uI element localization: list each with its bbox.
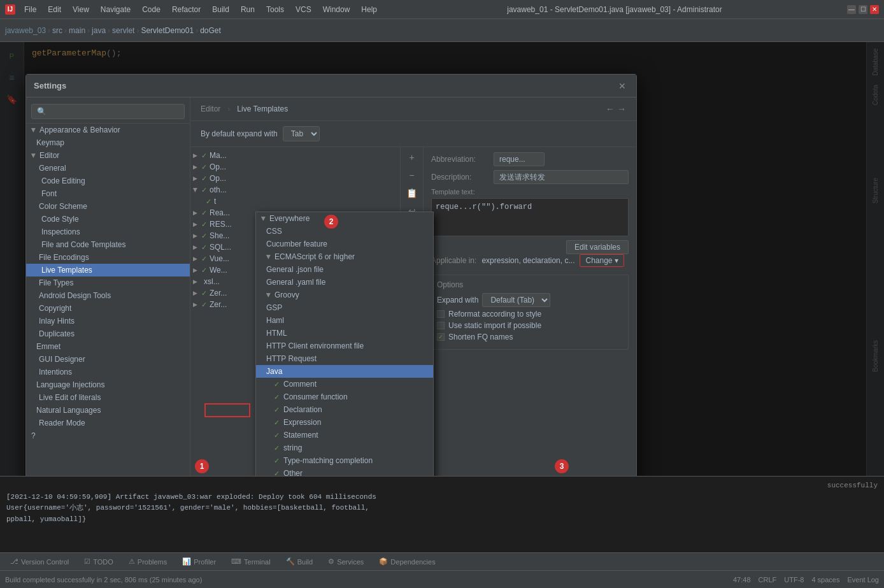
dropdown-item-ecmascript-6-or-higher[interactable]: ▶ECMAScript 6 or higher (256, 250, 433, 263)
nav-item-natural-languages[interactable]: Natural Languages (26, 404, 190, 417)
nav-item-emmet[interactable]: Emmet (26, 340, 190, 353)
menu-navigate[interactable]: Navigate (96, 4, 136, 15)
nav-item-live-edit-of-literals[interactable]: Live Edit of literals (26, 391, 190, 404)
nav-item-file-and-code-templates[interactable]: File and Code Templates (26, 238, 190, 251)
dropdown-item-http-client-environment-file[interactable]: HTTP Client environment file (256, 340, 433, 352)
forward-arrow[interactable]: → (617, 104, 626, 114)
dropdown-item-general-yaml-file[interactable]: General .yaml file (256, 276, 433, 289)
edit-variables-button[interactable]: Edit variables (566, 240, 629, 254)
dropdown-item-general-json-file[interactable]: General .json file (256, 263, 433, 276)
dropdown-item-html[interactable]: HTML (256, 327, 433, 340)
tab-dependencies[interactable]: 📦 Dependencies (374, 556, 440, 567)
menu-window[interactable]: Window (318, 4, 355, 15)
template-text-area[interactable]: reque...r("").forward (431, 198, 629, 236)
tab-profiler[interactable]: 📊 Profiler (177, 556, 221, 567)
nav-label: Color Scheme (39, 202, 87, 211)
menu-vcs[interactable]: VCS (290, 4, 317, 15)
nav-item-keymap[interactable]: Keymap (26, 136, 190, 149)
tab-terminal[interactable]: ⌨ Terminal (226, 556, 276, 567)
dropdown-sub-comment[interactable]: ✓Comment (256, 378, 433, 391)
shorten-fq-checkbox[interactable]: ✓ (437, 333, 445, 341)
dropdown-item-cucumber-feature[interactable]: Cucumber feature (256, 238, 433, 250)
reformat-checkbox[interactable] (437, 310, 445, 318)
nav-item-editor[interactable]: ▶Editor (26, 149, 190, 162)
nav-item-android-design-tools[interactable]: Android Design Tools (26, 289, 190, 302)
dialog-close-button[interactable]: ✕ (616, 80, 629, 92)
nav-item-reader-mode[interactable]: Reader Mode (26, 417, 190, 429)
dropdown-sub-other[interactable]: ✓Other (256, 467, 433, 476)
nav-item-code-style[interactable]: Code Style (26, 213, 190, 226)
dropdown-sub-consumer-function[interactable]: ✓Consumer function (256, 391, 433, 403)
menu-refactor[interactable]: Refactor (167, 4, 206, 15)
abbreviation-input[interactable] (494, 152, 545, 166)
menu-tools[interactable]: Tools (261, 4, 289, 15)
dropdown-item-groovy[interactable]: ▶Groovy (256, 289, 433, 301)
close-button[interactable]: ✕ (870, 5, 879, 14)
back-arrow[interactable]: ← (606, 104, 615, 114)
menu-edit[interactable]: Edit (43, 4, 66, 15)
nav-item-file-types[interactable]: File Types (26, 276, 190, 289)
dropdown-sub-expression[interactable]: ✓Expression (256, 416, 433, 429)
menu-file[interactable]: File (19, 4, 41, 15)
dropdown-item-css[interactable]: CSS (256, 225, 433, 238)
tab-version-control[interactable]: ⎇ Version Control (5, 556, 74, 567)
nav-item-inspections[interactable]: Inspections (26, 226, 190, 238)
tree-group-oth[interactable]: ▶✓oth... (190, 184, 400, 196)
tree-group-op[interactable]: ▶✓Op... (190, 173, 400, 184)
dropdown-group-everywhere[interactable]: ▶Everywhere (256, 212, 433, 225)
minimize-button[interactable]: — (847, 5, 856, 14)
nav-label: Duplicates (39, 329, 75, 338)
nav-item-code-editing[interactable]: Code Editing (26, 175, 190, 187)
dropdown-sub-type-matching-completion[interactable]: ✓Type-matching completion (256, 454, 433, 467)
remove-template-button[interactable]: − (404, 168, 420, 183)
copy-template-button[interactable]: 📋 (404, 185, 420, 201)
nav-item-color-scheme[interactable]: Color Scheme (26, 200, 190, 213)
expand-with-select[interactable]: Default (Tab) (482, 293, 550, 307)
dialog-titlebar: Settings ✕ (26, 75, 636, 97)
nav-item-duplicates[interactable]: Duplicates (26, 327, 190, 340)
menu-run[interactable]: Run (236, 4, 260, 15)
menu-build[interactable]: Build (207, 4, 234, 15)
nav-item-language-injections[interactable]: Language Injections (26, 378, 190, 391)
tree-item-expanded[interactable]: ✓t (190, 196, 400, 207)
menu-view[interactable]: View (68, 4, 94, 15)
tree-group-op[interactable]: ▶✓Op... (190, 161, 400, 173)
nav-item-copyright[interactable]: Copyright (26, 302, 190, 315)
nav-item-live-templates[interactable]: Live Templates (26, 264, 190, 276)
dropdown-sub-statement[interactable]: ✓Statement (256, 429, 433, 441)
dropdown-item-label: HTML (266, 329, 287, 338)
tree-group-ma[interactable]: ▶✓Ma... (190, 150, 400, 161)
menu-code[interactable]: Code (137, 4, 166, 15)
indent: 4 spaces (811, 576, 839, 584)
maximize-button[interactable]: ☐ (859, 5, 867, 14)
dropdown-sub-string[interactable]: ✓string (256, 441, 433, 454)
nav-item-appearance--behavior[interactable]: ▶Appearance & Behavior (26, 124, 190, 136)
dropdown-item-haml[interactable]: Haml (256, 314, 433, 327)
dropdown-sub-declaration[interactable]: ✓Declaration (256, 403, 433, 416)
tab-services[interactable]: ⚙ Services (323, 556, 369, 567)
event-log[interactable]: Event Log (847, 576, 879, 584)
settings-search-input[interactable] (31, 104, 185, 119)
window-controls: — ☐ ✕ (847, 5, 879, 14)
tab-problems[interactable]: ⚠ Problems (124, 556, 172, 567)
add-template-button[interactable]: + (404, 150, 420, 165)
nav-item-gui-designer[interactable]: GUI Designer (26, 353, 190, 366)
dropdown-item-http-request[interactable]: HTTP Request (256, 352, 433, 365)
nav-item-file-encodings[interactable]: File Encodings (26, 251, 190, 264)
context-dropdown[interactable]: ▶EverywhereCSSCucumber feature▶ECMAScrip… (255, 212, 434, 476)
nav-item-inlay-hints[interactable]: Inlay Hints (26, 315, 190, 327)
tab-todo[interactable]: ☑ TODO (79, 556, 118, 567)
change-button[interactable]: Change ▾ (580, 254, 624, 267)
nav-item-intentions[interactable]: Intentions (26, 366, 190, 378)
nav-item-[interactable]: ? (26, 429, 190, 442)
description-input[interactable] (494, 170, 629, 184)
dropdown-item-gsp[interactable]: GSP (256, 301, 433, 314)
nav-item-font[interactable]: Font (26, 187, 190, 200)
breadcrumb-src: src (52, 26, 62, 35)
menu-help[interactable]: Help (356, 4, 382, 15)
static-import-checkbox[interactable] (437, 322, 445, 329)
expand-select[interactable]: Tab (283, 126, 320, 141)
tab-build[interactable]: 🔨 Build (281, 556, 318, 567)
dropdown-item-java[interactable]: Java (256, 365, 433, 378)
nav-item-general[interactable]: General (26, 162, 190, 175)
